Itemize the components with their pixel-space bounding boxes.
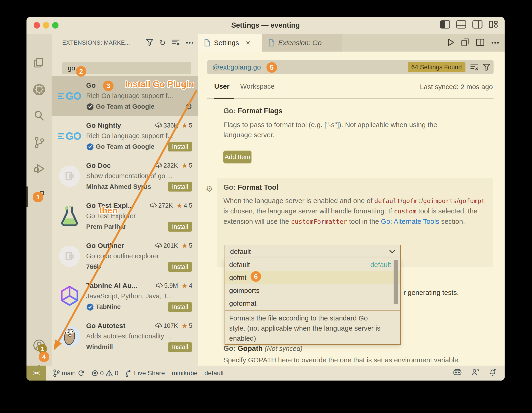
extensions-panel-title: EXTENSIONS: MARKE... (62, 39, 130, 46)
format-tool-select[interactable]: default (225, 245, 401, 258)
option-label: default (229, 261, 250, 269)
verified-icon (86, 143, 94, 150)
run-icon[interactable] (447, 38, 454, 47)
extension-description: Rich Go language support f... (86, 92, 192, 100)
profile-status-item[interactable]: default (205, 369, 224, 377)
problems-status-item[interactable]: 0 0 (91, 369, 118, 377)
dropdown-scrollbar[interactable] (394, 260, 398, 304)
star-icon: ★ (176, 202, 182, 209)
extension-icon (58, 364, 81, 366)
warnings-count: 0 (115, 369, 118, 377)
screenshot-stage: Settings — eventing (0, 0, 532, 413)
filter-extensions-icon[interactable] (146, 39, 153, 47)
setting-prefix: Go: (223, 107, 238, 115)
settings-search-input[interactable]: @ext:golang.go 64 Settings Found (207, 60, 494, 74)
explorer-icon[interactable] (27, 57, 52, 68)
more-editor-actions-icon[interactable] (491, 41, 499, 45)
kube-context-status-item[interactable]: minikube (172, 369, 198, 377)
close-tab-icon[interactable]: × (246, 38, 250, 47)
setting-description-format-flags: Flags to pass to format tool (e.g. ["-s"… (223, 120, 467, 140)
downloads-count: 336K (163, 122, 178, 129)
filter-settings-icon[interactable] (483, 64, 490, 71)
settings-gear-icon[interactable]: ⚙ (27, 363, 52, 366)
extension-list-item[interactable]: Tabnine AI Au... 5.9M ★ 4 JavaScript, Py… (52, 276, 198, 316)
toggle-secondary-sidebar-icon[interactable] (472, 20, 483, 28)
clear-settings-search-icon[interactable] (470, 64, 478, 71)
annotation-badge-2: 2 (76, 66, 86, 77)
install-button[interactable]: Install (168, 222, 192, 232)
errors-icon (91, 370, 98, 377)
customize-layout-icon[interactable] (488, 20, 499, 28)
extension-list-item[interactable]: GO Go Nightly 336K ★ 5 Rich Go language … (52, 116, 198, 156)
last-synced-label: Last synced: 2 mos ago (420, 83, 493, 91)
file-icon (204, 39, 210, 47)
extension-list-item[interactable]: vscode-go-sv... 99K ★ 5 (52, 356, 198, 366)
downloads-icon (155, 122, 162, 129)
star-icon: ★ (182, 282, 188, 290)
annotation-badge-6: 6 (251, 271, 261, 282)
feedback-icon[interactable] (471, 369, 479, 377)
not-synced-flag: (Not synced) (265, 345, 302, 352)
extension-list-item[interactable]: Go Autotest 107K ★ 5 Adds autotest funct… (52, 316, 198, 356)
install-button[interactable]: Install (168, 182, 192, 192)
annotation-then-label: then (99, 206, 117, 216)
extension-list-item[interactable]: Go Test Expl... 272K ★ 4.5 Go Test Explo… (52, 196, 198, 236)
extension-icon (58, 284, 81, 309)
source-control-icon[interactable] (27, 137, 52, 149)
install-button[interactable]: Install (168, 302, 192, 312)
scope-tab-user[interactable]: User (214, 82, 230, 90)
settings-scope-tabs: User Workspace Last synced: 2 mos ago (207, 82, 494, 96)
downloads-icon (155, 162, 162, 169)
run-debug-icon[interactable] (27, 163, 52, 175)
scope-tab-workspace[interactable]: Workspace (240, 82, 275, 90)
setting-gear-icon[interactable]: ⚙ (206, 184, 213, 194)
scope-divider (207, 98, 494, 99)
dropdown-option-default[interactable]: default default (225, 258, 400, 271)
tab-settings[interactable]: Settings × (198, 34, 262, 52)
live-share-status-item[interactable]: Live Share (125, 369, 165, 377)
settings-found-badge: 64 Settings Found (408, 62, 466, 72)
search-icon[interactable] (27, 110, 52, 121)
toggle-panel-icon[interactable] (456, 20, 466, 28)
tab-extension-go[interactable]: Extension: Go (262, 34, 342, 52)
kubernetes-icon[interactable] (27, 83, 52, 95)
notifications-bell-icon[interactable] (489, 368, 496, 378)
install-button[interactable]: Install (168, 342, 192, 352)
install-button[interactable]: Install (168, 142, 192, 151)
extension-author: Go Team at Google (96, 103, 154, 110)
more-actions-icon[interactable] (186, 41, 194, 45)
star-icon: ★ (182, 122, 188, 129)
dropdown-option-goformat[interactable]: goformat (225, 297, 400, 310)
split-editor-icon[interactable] (476, 39, 484, 47)
branch-status-item[interactable]: main (53, 369, 85, 377)
extension-list-item[interactable]: Go Doc 232K ★ 5 Show documentation of go… (52, 156, 198, 196)
verified-icon (86, 303, 94, 311)
dropdown-option-goimports[interactable]: goimports (225, 284, 400, 297)
remote-indicator[interactable]: >< (27, 366, 46, 381)
copilot-icon[interactable] (453, 369, 462, 377)
setting-name: Gopath (238, 344, 263, 352)
extension-icon: GO (58, 123, 81, 149)
extensions-list: GO Go Rich Go language support f... (52, 76, 198, 366)
extension-list-item[interactable]: Go Outliner 201K ★ 5 Go code outline exp… (52, 236, 198, 276)
select-value: default (230, 248, 251, 255)
manage-gear-icon[interactable]: ⚙ (185, 102, 192, 111)
refresh-icon[interactable]: ↻ (159, 38, 166, 47)
clear-extension-search-icon[interactable] (171, 39, 180, 47)
extension-author: TabNine (96, 303, 121, 310)
rating-value: 4 (189, 282, 192, 289)
chevron-down-icon (389, 250, 395, 253)
sync-icon (78, 370, 85, 377)
toggle-primary-sidebar-icon[interactable] (440, 20, 450, 28)
rating-value: 5 (189, 242, 192, 249)
rating-value: 4.5 (184, 202, 192, 209)
title-bar: Settings — eventing (27, 17, 504, 34)
install-button[interactable]: Install (168, 262, 192, 272)
go-logo-icon: GO (58, 130, 81, 142)
open-changes-icon[interactable] (461, 38, 469, 47)
extension-icon (58, 163, 81, 189)
star-icon: ★ (182, 162, 188, 169)
add-item-button[interactable]: Add Item (223, 150, 251, 163)
setting-description-gopath: Specify GOPATH here to override the one … (223, 355, 491, 365)
setting-title-format-tool: Go: Format Tool (223, 183, 278, 192)
